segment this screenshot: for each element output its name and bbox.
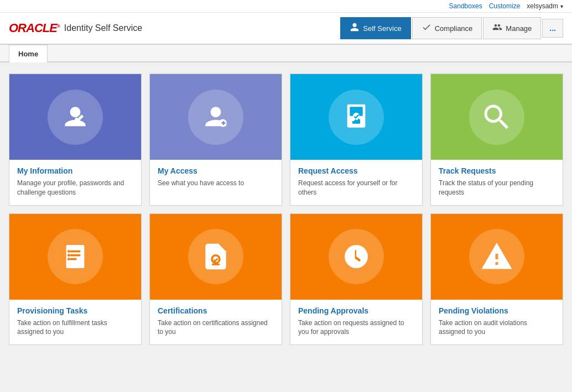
request-access-card[interactable]: Request Access Request access for yourse… xyxy=(290,74,423,206)
svg-point-8 xyxy=(67,250,70,253)
svg-point-3 xyxy=(353,112,360,119)
pending-violations-desc: Take action on audit violations assigned… xyxy=(439,318,555,337)
request-access-text: Request Access Request access for yourse… xyxy=(290,160,422,205)
pending-violations-card[interactable]: Pending Violations Take action on audit … xyxy=(430,213,563,346)
certifications-icon-circle xyxy=(188,229,243,284)
my-information-icon-circle xyxy=(48,90,103,145)
svg-rect-12 xyxy=(212,264,220,265)
provisioning-tasks-title: Provisioning Tasks xyxy=(17,306,133,315)
certifications-card[interactable]: Certifications Take action on certificat… xyxy=(149,213,282,346)
certifications-desc: Take action on certifications assigned t… xyxy=(158,318,274,337)
manage-nav-button[interactable]: Manage xyxy=(483,17,541,39)
self-service-icon xyxy=(350,22,360,34)
provisioning-tasks-desc: Take action on fulfillment tasks assigne… xyxy=(17,318,133,337)
pending-approvals-text: Pending Approvals Take action on request… xyxy=(290,300,422,345)
sandboxes-link[interactable]: Sandboxes xyxy=(449,2,482,10)
app-title: Identity Self Service xyxy=(64,23,142,33)
provisioning-tasks-icon-circle xyxy=(48,229,103,284)
pending-approvals-card[interactable]: Pending Approvals Take action on request… xyxy=(290,213,423,346)
cards-row-2: Provisioning Tasks Take action on fulfil… xyxy=(9,213,563,346)
pending-approvals-icon-area xyxy=(290,214,422,300)
manage-nav-label: Manage xyxy=(506,24,532,33)
provisioning-tasks-icon-area xyxy=(9,214,141,300)
track-requests-icon-circle xyxy=(469,90,524,145)
my-access-desc: See what you have access to xyxy=(158,179,274,188)
user-menu[interactable]: xelsysadm ▾ xyxy=(527,2,563,10)
pending-violations-title: Pending Violations xyxy=(439,306,555,315)
my-access-icon-circle xyxy=(188,90,243,145)
logo-area: ORACLE® Identity Self Service xyxy=(9,21,142,35)
request-access-icon-area xyxy=(290,74,422,160)
certifications-icon-area xyxy=(150,214,282,300)
header-top: Sandboxes Customize xelsysadm ▾ xyxy=(0,0,572,13)
request-access-desc: Request access for yourself or for other… xyxy=(298,179,414,197)
svg-rect-4 xyxy=(66,245,85,268)
my-access-text: My Access See what you have access to xyxy=(150,160,282,196)
oracle-logo: ORACLE® xyxy=(9,21,60,35)
manage-icon xyxy=(492,22,502,34)
nav-buttons: Self Service Compliance Manage ... xyxy=(340,17,563,39)
provisioning-tasks-card[interactable]: Provisioning Tasks Take action on fulfil… xyxy=(9,213,142,346)
pending-approvals-desc: Take action on requests assigned to you … xyxy=(298,318,414,337)
my-information-title: My Information xyxy=(17,166,133,175)
pending-violations-text: Pending Violations Take action on audit … xyxy=(431,300,563,345)
compliance-nav-button[interactable]: Compliance xyxy=(412,17,482,39)
my-information-card[interactable]: My Information Manage your profile, pass… xyxy=(9,74,142,206)
certifications-title: Certifications xyxy=(158,306,274,315)
customize-link[interactable]: Customize xyxy=(489,2,521,10)
pending-violations-icon-area xyxy=(431,214,563,300)
my-access-title: My Access xyxy=(158,166,274,175)
self-service-nav-button[interactable]: Self Service xyxy=(340,17,410,39)
track-requests-text: Track Requests Track the status of your … xyxy=(431,160,563,205)
pending-approvals-icon-circle xyxy=(329,229,384,284)
more-nav-button[interactable]: ... xyxy=(542,19,563,38)
username-label: xelsysadm xyxy=(527,2,558,10)
header-main: ORACLE® Identity Self Service Self Servi… xyxy=(0,13,572,45)
tabs-bar: Home xyxy=(0,45,572,62)
svg-point-10 xyxy=(67,258,70,260)
svg-point-9 xyxy=(67,254,70,257)
main-content: My Information Manage your profile, pass… xyxy=(0,62,572,364)
user-menu-arrow-icon: ▾ xyxy=(560,3,563,9)
cards-row-1: My Information Manage your profile, pass… xyxy=(9,74,563,206)
track-requests-desc: Track the status of your pending request… xyxy=(439,179,555,197)
certifications-text: Certifications Take action on certificat… xyxy=(150,300,282,345)
compliance-nav-label: Compliance xyxy=(435,24,473,33)
track-requests-icon-area xyxy=(431,74,563,160)
request-access-title: Request Access xyxy=(298,166,414,175)
track-requests-title: Track Requests xyxy=(439,166,555,175)
my-information-desc: Manage your profile, passwords and chall… xyxy=(17,179,133,197)
my-access-card[interactable]: My Access See what you have access to xyxy=(149,74,282,206)
request-access-icon-circle xyxy=(329,90,384,145)
my-information-text: My Information Manage your profile, pass… xyxy=(9,160,141,205)
track-requests-card[interactable]: Track Requests Track the status of your … xyxy=(430,74,563,206)
tab-home[interactable]: Home xyxy=(9,45,48,62)
compliance-icon xyxy=(422,22,431,34)
self-service-nav-label: Self Service xyxy=(363,24,401,33)
provisioning-tasks-text: Provisioning Tasks Take action on fulfil… xyxy=(9,300,141,345)
pending-violations-icon-circle xyxy=(469,229,524,284)
my-information-icon-area xyxy=(9,74,141,160)
pending-approvals-title: Pending Approvals xyxy=(298,306,414,315)
my-access-icon-area xyxy=(150,74,282,160)
